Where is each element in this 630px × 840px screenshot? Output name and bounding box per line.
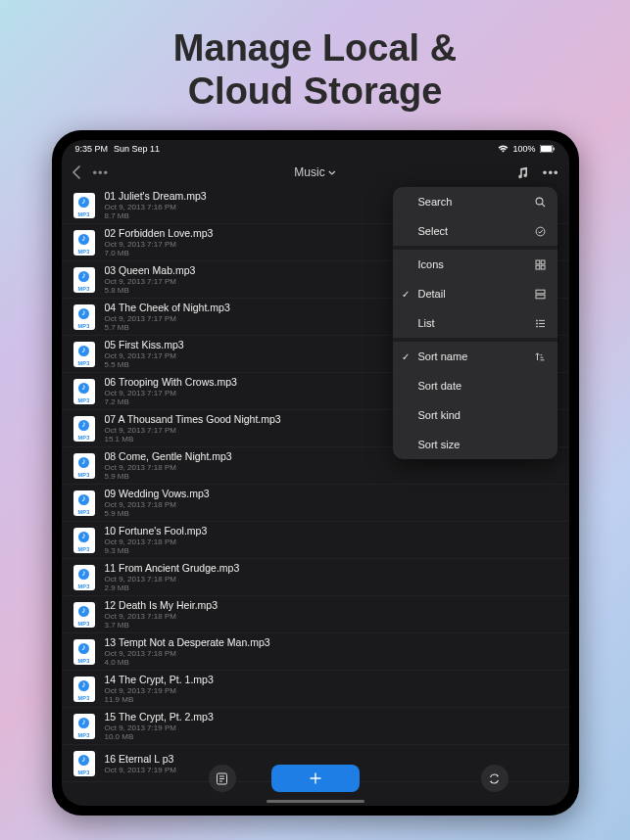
file-meta: Oct 9, 2013 7:18 PM5.9 MB xyxy=(105,500,557,518)
list-icon xyxy=(535,318,546,329)
mp3-file-icon: MP3 xyxy=(73,342,95,367)
mp3-file-icon: MP3 xyxy=(73,453,95,479)
file-meta: Oct 9, 2013 7:18 PM5.9 MB xyxy=(105,463,557,481)
more-button-right[interactable]: ••• xyxy=(543,165,559,180)
svg-rect-1 xyxy=(541,146,552,152)
hero-line2: Cloud Storage xyxy=(188,70,443,112)
file-name: 11 From Ancient Grudge.mp3 xyxy=(105,562,557,574)
svg-point-3 xyxy=(536,198,543,205)
mp3-file-icon: MP3 xyxy=(73,267,95,293)
file-meta: Oct 9, 2013 7:18 PM4.0 MB xyxy=(105,649,557,667)
svg-point-16 xyxy=(536,326,538,328)
mp3-file-icon: MP3 xyxy=(73,602,95,628)
menu-sort-date[interactable]: Sort date xyxy=(393,371,557,400)
plus-icon xyxy=(309,771,322,785)
home-indicator[interactable] xyxy=(267,800,364,803)
file-name: 16 Eternal L p3 xyxy=(105,753,557,765)
svg-rect-11 xyxy=(536,295,545,299)
file-meta: Oct 9, 2013 7:19 PM10.0 MB xyxy=(105,723,557,741)
sync-icon xyxy=(488,772,501,785)
svg-rect-6 xyxy=(536,260,540,264)
file-name: 09 Wedding Vows.mp3 xyxy=(105,488,557,499)
battery-icon xyxy=(540,145,556,153)
back-button[interactable] xyxy=(72,165,81,179)
file-row[interactable]: MP314 The Crypt, Pt. 1.mp3Oct 9, 2013 7:… xyxy=(62,671,569,708)
search-icon xyxy=(535,197,546,208)
hero-line1: Manage Local & xyxy=(173,27,457,69)
file-row[interactable]: MP315 The Crypt, Pt. 2.mp3Oct 9, 2013 7:… xyxy=(62,708,569,745)
notes-button[interactable] xyxy=(209,765,236,792)
menu-sort-name[interactable]: Sort name xyxy=(393,342,557,371)
add-button[interactable] xyxy=(271,765,360,792)
select-icon xyxy=(535,226,546,237)
tablet-frame: 9:35 PM Sun Sep 11 100% ••• xyxy=(52,130,579,816)
menu-view-list[interactable]: List xyxy=(393,308,557,338)
file-meta: Oct 9, 2013 7:18 PM9.3 MB xyxy=(105,537,557,555)
svg-rect-7 xyxy=(541,260,545,264)
svg-rect-8 xyxy=(536,265,540,269)
file-name: 15 The Crypt, Pt. 2.mp3 xyxy=(105,711,557,723)
file-row[interactable]: MP311 From Ancient Grudge.mp3Oct 9, 2013… xyxy=(62,559,569,596)
sort-asc-icon xyxy=(535,351,546,362)
mp3-file-icon: MP3 xyxy=(73,416,95,442)
status-bar: 9:35 PM Sun Sep 11 100% xyxy=(62,140,569,158)
status-date: Sun Sep 11 xyxy=(114,144,160,154)
svg-point-12 xyxy=(536,319,538,321)
svg-rect-9 xyxy=(541,265,545,269)
more-button-left[interactable]: ••• xyxy=(93,165,110,180)
mp3-file-icon: MP3 xyxy=(73,304,95,330)
mp3-file-icon: MP3 xyxy=(73,528,95,553)
svg-point-5 xyxy=(536,227,545,236)
file-row[interactable]: MP313 Tempt Not a Desperate Man.mp3Oct 9… xyxy=(62,633,569,671)
file-meta: Oct 9, 2013 7:18 PM3.7 MB xyxy=(105,612,557,630)
svg-rect-2 xyxy=(553,148,554,151)
file-name: 13 Tempt Not a Desperate Man.mp3 xyxy=(105,636,557,648)
wifi-icon xyxy=(498,145,509,153)
file-name: 12 Death Is My Heir.mp3 xyxy=(105,599,557,611)
hero-title: Manage Local & Cloud Storage xyxy=(0,0,630,130)
grid-icon xyxy=(535,259,546,270)
svg-point-14 xyxy=(536,322,538,324)
detail-icon xyxy=(535,289,546,300)
file-meta: Oct 9, 2013 7:18 PM2.9 MB xyxy=(105,575,557,592)
file-name: 14 The Crypt, Pt. 1.mp3 xyxy=(105,674,557,685)
mp3-file-icon: MP3 xyxy=(73,639,95,665)
mp3-file-icon: MP3 xyxy=(73,230,95,256)
folder-title: Music xyxy=(294,165,324,179)
mp3-file-icon: MP3 xyxy=(73,379,95,404)
mp3-file-icon: MP3 xyxy=(73,490,95,516)
file-meta: Oct 9, 2013 7:19 PM11.9 MB xyxy=(105,686,557,704)
screen: 9:35 PM Sun Sep 11 100% ••• xyxy=(62,140,569,806)
file-row[interactable]: MP310 Fortune's Fool.mp3Oct 9, 2013 7:18… xyxy=(62,522,569,559)
mp3-file-icon: MP3 xyxy=(73,714,95,739)
menu-view-detail[interactable]: Detail xyxy=(393,279,557,308)
file-name: 10 Fortune's Fool.mp3 xyxy=(105,525,557,537)
svg-rect-10 xyxy=(536,290,545,294)
mp3-file-icon: MP3 xyxy=(73,193,95,218)
status-battery-pct: 100% xyxy=(512,144,535,154)
navbar: ••• Music ••• xyxy=(62,158,569,187)
file-row[interactable]: MP309 Wedding Vows.mp3Oct 9, 2013 7:18 P… xyxy=(62,485,569,522)
svg-line-4 xyxy=(542,204,545,207)
file-row[interactable]: MP312 Death Is My Heir.mp3Oct 9, 2013 7:… xyxy=(62,596,569,633)
context-menu: Search Select Icons Detail List xyxy=(393,187,557,459)
menu-search[interactable]: Search xyxy=(393,187,557,216)
mp3-file-icon: MP3 xyxy=(73,751,95,776)
music-icon[interactable] xyxy=(516,166,529,179)
folder-title-dropdown[interactable]: Music xyxy=(294,165,335,179)
notes-icon xyxy=(216,772,228,785)
menu-view-icons[interactable]: Icons xyxy=(393,250,557,279)
chevron-down-icon xyxy=(328,170,336,175)
sync-button[interactable] xyxy=(481,765,509,792)
menu-select[interactable]: Select xyxy=(393,216,557,246)
mp3-file-icon: MP3 xyxy=(73,565,95,590)
menu-sort-kind[interactable]: Sort kind xyxy=(393,400,557,430)
mp3-file-icon: MP3 xyxy=(73,677,95,702)
status-time: 9:35 PM xyxy=(75,144,109,154)
menu-sort-size[interactable]: Sort size xyxy=(393,430,557,459)
